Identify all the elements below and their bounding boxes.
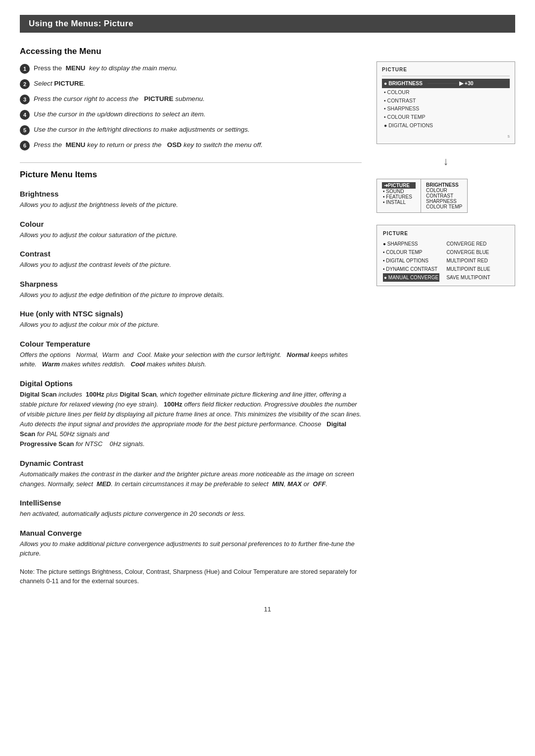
diagram-item-sharpness: • SHARPNESS bbox=[382, 104, 510, 113]
diagram-main-left: ➜PICTURE • SOUND • FEATURES • INSTALL bbox=[376, 179, 421, 213]
diagram-sub-left: ● SHARPNESS • COLOUR TEMP • DIGITAL OPTI… bbox=[383, 240, 439, 282]
diagram-sub-right: CONVERGE RED CONVERGE BLUE MULTIPOINT RE… bbox=[446, 240, 490, 282]
diagram-features: • FEATURES bbox=[382, 194, 416, 200]
accessing-menu-title: Accessing the Menu bbox=[20, 47, 362, 56]
colour-desc: Allows you to adjust the colour saturati… bbox=[20, 230, 362, 240]
step-num-1: 1 bbox=[20, 64, 30, 74]
diagram-right-colour: COLOUR bbox=[426, 188, 462, 193]
step-num-6: 6 bbox=[20, 141, 30, 151]
step-text-5: Use the cursor in the left/right directi… bbox=[34, 125, 362, 135]
intellisense-title: IntelliSense bbox=[20, 499, 362, 507]
sub-multipoint-blue: MULTIPOINT BLUE bbox=[446, 265, 490, 273]
diagram-main-right: BRIGHTNESS COLOUR CONTRAST SHARPNESS COL… bbox=[421, 179, 468, 213]
step-num-5: 5 bbox=[20, 125, 30, 135]
brightness-desc: Allows you to adjust the brightness leve… bbox=[20, 200, 362, 210]
step-text-6: Press the MENU key to return or press th… bbox=[34, 140, 362, 150]
step-1: 1 Press the MENU key to display the main… bbox=[20, 63, 362, 74]
contrast-desc: Allows you to adjust the contrast levels… bbox=[20, 260, 362, 270]
diagram-item-colour: • COLOUR bbox=[382, 88, 510, 97]
sub-multipoint-red: MULTIPOINT RED bbox=[446, 256, 490, 265]
diagram-right-brightness: BRIGHTNESS bbox=[426, 182, 462, 188]
picture-menu-items-title: Picture Menu Items bbox=[20, 170, 362, 180]
diagram-right-colour-temp: COLOUR TEMP bbox=[426, 204, 462, 209]
diagram-sound: • SOUND bbox=[382, 189, 416, 194]
sub-dynamic: • DYNAMIC CONTRAST bbox=[383, 265, 439, 273]
right-column: PICTURE ● BRIGHTNESS ▶ +30 • COLOUR • CO… bbox=[376, 47, 515, 586]
manual-converge-desc: Allows you to make additional picture co… bbox=[20, 539, 362, 558]
hue-title: Hue (only with NTSC signals) bbox=[20, 309, 362, 318]
diagram-main-menu: ➜PICTURE • SOUND • FEATURES • INSTALL BR… bbox=[376, 179, 515, 213]
intellisense-desc: hen activated, automatically adjusts pic… bbox=[20, 509, 362, 519]
diagram-install: • INSTALL bbox=[382, 200, 416, 205]
hue-desc: Allows you to adjust the colour mix of t… bbox=[20, 320, 362, 330]
digital-options-desc: Digital Scan includes 100Hz plus Digital… bbox=[20, 390, 362, 450]
diagram-item-colour-temp: • COLOUR TEMP bbox=[382, 113, 510, 121]
sub-converge-red: CONVERGE RED bbox=[446, 240, 490, 248]
diagram-title-1: PICTURE bbox=[382, 66, 510, 74]
step-text-4: Use the cursor in the up/down directions… bbox=[34, 109, 362, 119]
step-num-4: 4 bbox=[20, 110, 30, 120]
diagram-submenu-large: PICTURE ● SHARPNESS • COLOUR TEMP • DIGI… bbox=[376, 225, 515, 286]
diagram-sub-title: PICTURE bbox=[383, 229, 509, 238]
colour-temp-title: Colour Temperature bbox=[20, 340, 362, 348]
contrast-title: Contrast bbox=[20, 250, 362, 258]
dynamic-contrast-title: Dynamic Contrast bbox=[20, 459, 362, 467]
step-3: 3 Press the cursor right to access the P… bbox=[20, 94, 362, 104]
sub-sharpness: ● SHARPNESS bbox=[383, 240, 439, 248]
header-title-text: Using the Menus: Picture bbox=[29, 19, 133, 28]
page-title: Using the Menus: Picture bbox=[20, 15, 515, 33]
digital-options-title: Digital Options bbox=[20, 379, 362, 388]
colour-title: Colour bbox=[20, 220, 362, 228]
step-4: 4 Use the cursor in the up/down directio… bbox=[20, 109, 362, 120]
note-text: Note: The picture settings Brightness, C… bbox=[20, 567, 362, 586]
sub-converge-blue: CONVERGE BLUE bbox=[446, 248, 490, 256]
sub-save-multipoint: SAVE MULTIPOINT bbox=[446, 273, 490, 282]
step-num-2: 2 bbox=[20, 79, 30, 89]
sharpness-title: Sharpness bbox=[20, 280, 362, 288]
diagram-arrow: ↓ bbox=[376, 155, 515, 168]
step-5: 5 Use the cursor in the left/right direc… bbox=[20, 125, 362, 135]
sub-colour-temp: • COLOUR TEMP bbox=[383, 248, 439, 256]
diagram-picture-brightness: PICTURE ● BRIGHTNESS ▶ +30 • COLOUR • CO… bbox=[376, 61, 515, 144]
sub-manual-highlighted: ● MANUAL CONVERGE bbox=[383, 273, 439, 282]
colour-temp-desc: Offers the options Normal, Warm and Cool… bbox=[20, 350, 362, 369]
dynamic-contrast-desc: Automatically makes the contrast in the … bbox=[20, 469, 362, 489]
diagram-item-digital: ● DIGITAL OPTIONS bbox=[382, 121, 510, 130]
step-6: 6 Press the MENU key to return or press … bbox=[20, 140, 362, 151]
sub-digital: • DIGITAL OPTIONS bbox=[383, 256, 439, 265]
step-text-2: Select PICTURE. bbox=[34, 79, 362, 89]
manual-converge-title: Manual Converge bbox=[20, 529, 362, 537]
page-number: 11 bbox=[20, 605, 515, 613]
step-num-3: 3 bbox=[20, 95, 30, 104]
left-column: Accessing the Menu 1 Press the MENU key … bbox=[20, 47, 362, 586]
brightness-title: Brightness bbox=[20, 190, 362, 198]
diagram-right-contrast: CONTRAST bbox=[426, 193, 462, 199]
diagram-picture-selected: ➜PICTURE bbox=[382, 182, 416, 189]
diagram-item-brightness: ● BRIGHTNESS ▶ +30 bbox=[382, 79, 510, 88]
step-2: 2 Select PICTURE. bbox=[20, 79, 362, 89]
diagram-right-sharpness: SHARPNESS bbox=[426, 199, 462, 204]
diagram-item-contrast: • CONTRAST bbox=[382, 97, 510, 105]
divider bbox=[20, 162, 362, 163]
step-text-1: Press the MENU key to display the main m… bbox=[34, 63, 362, 73]
sharpness-desc: Allows you to adjust the edge definition… bbox=[20, 290, 362, 300]
steps-list: 1 Press the MENU key to display the main… bbox=[20, 63, 362, 151]
step-text-3: Press the cursor right to access the PIC… bbox=[34, 94, 362, 104]
